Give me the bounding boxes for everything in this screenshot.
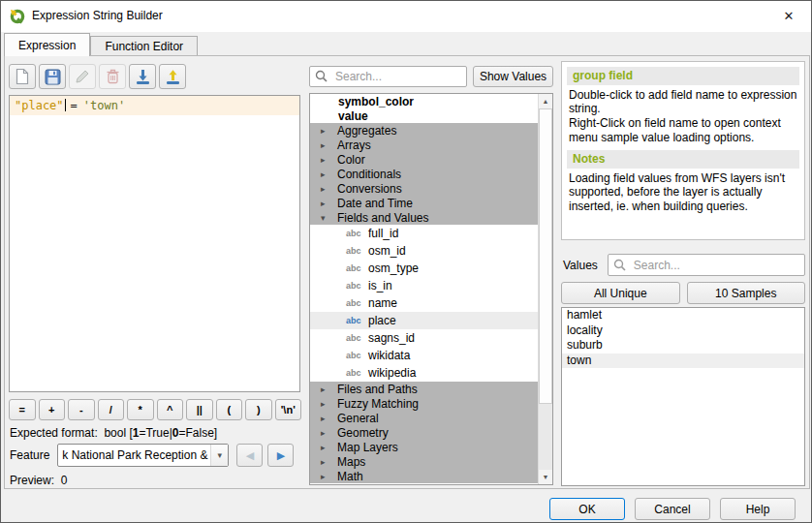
tree-group-aggregates[interactable]: ▸Aggregates <box>310 123 538 138</box>
feature-combobox[interactable]: k National Park Reception & Shop ▾ <box>57 444 229 467</box>
chevron-right-icon[interactable]: ▸ <box>321 399 337 409</box>
operator-button-[interactable]: * <box>127 399 154 420</box>
save-expression-button[interactable] <box>39 64 66 89</box>
tree-item-label: Fuzzy Matching <box>337 397 419 411</box>
values-search-input[interactable] <box>608 254 805 276</box>
tree-item-sagns-id[interactable]: abcsagns_id <box>310 329 538 347</box>
scroll-up-icon[interactable]: ▲ <box>539 94 552 108</box>
operator-button-n[interactable]: '\n' <box>275 399 302 420</box>
chevron-right-icon[interactable]: ▸ <box>321 184 337 194</box>
string-field-icon: abc <box>346 281 368 291</box>
function-search-input[interactable] <box>309 66 467 87</box>
values-list: hamletlocalitysuburbtown <box>561 307 805 486</box>
tree-item-full-id[interactable]: abcfull_id <box>310 225 538 242</box>
tab-expression[interactable]: Expression <box>4 33 90 56</box>
expected-format-text: Expected format: bool [1=True|0=False] <box>10 426 217 440</box>
value-item-hamlet[interactable]: hamlet <box>562 308 804 323</box>
value-item-locality[interactable]: locality <box>562 323 804 339</box>
chevron-right-icon[interactable]: ▸ <box>321 443 337 452</box>
values-row: Values <box>563 254 805 276</box>
scrollbar-thumb[interactable] <box>539 108 552 404</box>
chevron-right-icon[interactable]: ▸ <box>321 472 337 481</box>
operator-button-[interactable]: / <box>98 399 125 420</box>
operator-button-[interactable]: ( <box>216 399 243 420</box>
tree-group-color[interactable]: ▸Color <box>310 152 538 167</box>
chevron-right-icon[interactable]: ▸ <box>321 199 337 208</box>
expression-editor[interactable]: "place"='town' <box>9 95 300 392</box>
chevron-right-icon[interactable]: ▸ <box>321 169 337 179</box>
tree-group-conditionals[interactable]: ▸Conditionals <box>310 167 538 181</box>
tree-item-name[interactable]: abcname <box>310 294 538 312</box>
value-item-town[interactable]: town <box>562 354 804 369</box>
scroll-down-icon[interactable]: ▼ <box>539 470 552 484</box>
operator-button-[interactable]: ) <box>245 399 272 420</box>
chevron-right-icon[interactable]: ▸ <box>321 385 337 394</box>
tree-item-wikipedia[interactable]: abcwikipedia <box>310 364 538 382</box>
tree-item-symbol-color[interactable]: symbol_color <box>310 94 538 108</box>
chevron-right-icon[interactable]: ▸ <box>321 155 337 165</box>
ten-samples-button[interactable]: 10 Samples <box>687 282 806 304</box>
tree-item-wikidata[interactable]: abcwikidata <box>310 347 538 364</box>
edit-expression-button <box>69 64 96 89</box>
tree-item-label: Conversions <box>337 182 402 196</box>
chevron-right-icon[interactable]: ▸ <box>321 428 337 438</box>
export-expression-button[interactable] <box>159 64 186 89</box>
ok-button[interactable]: OK <box>549 498 625 520</box>
help-notes-title: Notes <box>567 150 799 169</box>
operator-button-[interactable]: ^ <box>157 399 184 420</box>
tree-item-label: Aggregates <box>337 124 396 138</box>
chevron-right-icon[interactable]: ▸ <box>321 126 337 136</box>
tree-group-fuzzy-matching[interactable]: ▸Fuzzy Matching <box>310 396 538 411</box>
tree-group-arrays[interactable]: ▸Arrays <box>310 138 538 152</box>
string-field-icon: abc <box>346 316 368 325</box>
tree-group-fields-and-values[interactable]: ▾Fields and Values <box>310 210 538 225</box>
preview-text: Preview: 0 <box>10 474 67 487</box>
tab-function-editor[interactable]: Function Editor <box>90 36 198 56</box>
operator-button-[interactable]: - <box>68 399 95 420</box>
tree-item-label: value <box>338 109 368 123</box>
operator-button-[interactable]: + <box>39 399 66 420</box>
expression-toolbar <box>9 64 186 89</box>
help-title: group field <box>567 67 799 85</box>
pencil-icon <box>75 69 90 84</box>
show-values-button[interactable]: Show Values <box>473 66 553 87</box>
tree-group-files-and-paths[interactable]: ▸Files and Paths <box>310 382 538 396</box>
tree-group-map-layers[interactable]: ▸Map Layers <box>310 440 538 454</box>
tree-group-conversions[interactable]: ▸Conversions <box>310 181 538 196</box>
chevron-right-icon[interactable]: ▸ <box>321 414 337 423</box>
chevron-right-icon[interactable]: ▸ <box>321 140 337 150</box>
cancel-button[interactable]: Cancel <box>635 498 710 520</box>
tree-item-label: wikidata <box>368 349 410 362</box>
import-expression-button[interactable] <box>129 64 156 89</box>
qgis-logo <box>10 9 25 24</box>
value-item-suburb[interactable]: suburb <box>562 338 804 354</box>
previous-feature-button: ◀ <box>236 444 263 467</box>
tree-scrollbar[interactable]: ▲ ▼ <box>538 94 552 484</box>
all-unique-button[interactable]: All Unique <box>561 282 680 304</box>
tree-item-value[interactable]: value <box>310 108 538 123</box>
expression-token-operator: = <box>71 99 78 112</box>
values-search <box>608 254 805 276</box>
string-field-icon: abc <box>346 351 368 360</box>
tree-group-geometry[interactable]: ▸Geometry <box>310 425 538 440</box>
operator-button-[interactable]: || <box>186 399 213 420</box>
tree-item-label: Maps <box>337 455 365 469</box>
tree-group-general[interactable]: ▸General <box>310 411 538 425</box>
tree-item-place[interactable]: abcplace <box>310 312 538 329</box>
tree-item-osm-id[interactable]: abcosm_id <box>310 242 538 260</box>
operator-button-[interactable]: = <box>9 399 36 420</box>
next-feature-button[interactable]: ▶ <box>267 444 294 467</box>
help-button[interactable]: Help <box>720 498 796 520</box>
chevron-right-icon[interactable]: ▸ <box>321 457 337 467</box>
tree-group-maps[interactable]: ▸Maps <box>310 454 538 469</box>
chevron-down-icon[interactable]: ▾ <box>321 213 337 223</box>
tree-group-date-and-time[interactable]: ▸Date and Time <box>310 196 538 210</box>
function-tree-rows: symbol_colorvalue▸Aggregates▸Arrays▸Colo… <box>310 94 538 483</box>
tree-group-math[interactable]: ▸Math <box>310 469 538 483</box>
expression-line: "place"='town' <box>10 96 299 115</box>
close-icon[interactable]: ✕ <box>772 5 805 28</box>
tree-item-is-in[interactable]: abcis_in <box>310 277 538 294</box>
new-expression-button[interactable] <box>9 64 36 89</box>
tree-item-osm-type[interactable]: abcosm_type <box>310 260 538 277</box>
chevron-down-icon[interactable]: ▾ <box>210 445 228 466</box>
